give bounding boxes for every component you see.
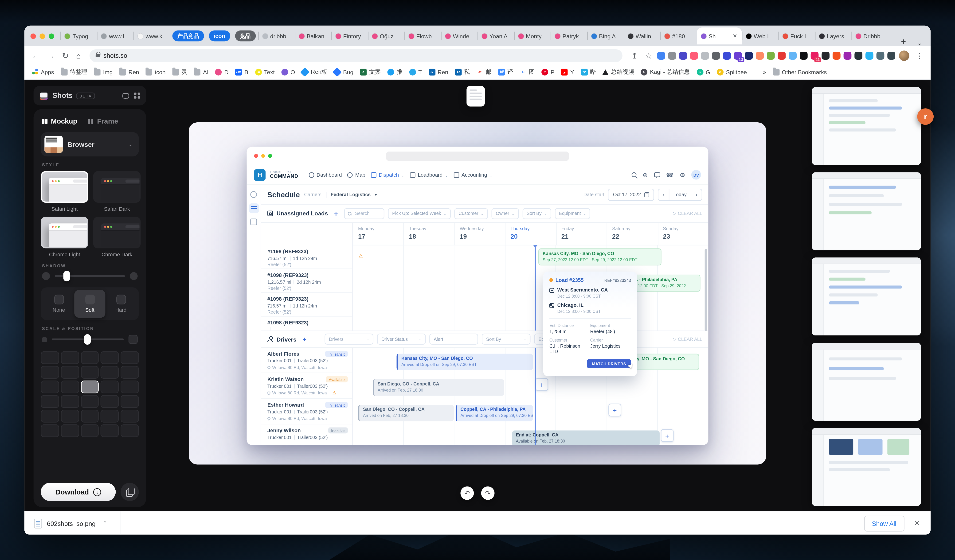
bookmark-item[interactable]: O Ren [428,69,448,75]
browser-tab[interactable]: Balkan [294,26,331,46]
shadow-mode-option[interactable]: Soft [74,290,105,318]
floating-template-card[interactable] [467,86,485,106]
extension-icon[interactable]: 11 [811,52,819,59]
bookmark-item[interactable]: » [754,69,766,75]
extension-icon[interactable] [822,52,830,59]
browser-tab[interactable]: Patryk [550,26,587,46]
extension-icon[interactable] [690,52,698,59]
browser-tab[interactable]: Monty [514,26,550,46]
clear-all-button[interactable]: ↻CLEAR ALL [672,336,702,342]
close-window-button[interactable] [31,33,36,39]
style-option[interactable]: Chrome Light [41,217,88,258]
driver-end-event[interactable]: End at: Coppell, CA Available on Feb, 27… [512,430,660,445]
filter-dropdown[interactable]: Customer⌄ [454,208,488,219]
bookmark-item[interactable]: ▸ Y [561,69,574,75]
history-thumbnail[interactable] [812,428,921,506]
tab-overflow-button[interactable]: ⌄ [912,39,927,46]
browser-tab[interactable]: Oğuz [368,26,404,46]
tab-close-icon[interactable]: ✕ [733,33,737,39]
window-controls[interactable] [31,26,60,46]
history-thumbnail[interactable] [812,87,921,165]
editor-canvas[interactable]: H TRUCKER PATH COMMAND Dashboard ⌄ [189,122,766,465]
chrome-menu-icon[interactable]: ⋮ [913,51,925,60]
browser-tab[interactable]: Typog [60,26,97,46]
rail-icon-1[interactable] [250,191,257,198]
extension-icon[interactable]: 13 [734,52,742,59]
position-cell-selected[interactable] [81,380,99,393]
add-event-button[interactable]: + [535,378,548,391]
bookmark-item[interactable]: Bē B [235,69,248,75]
bookmark-item[interactable]: 总结视频 [603,68,634,76]
extension-icon[interactable] [657,52,665,59]
panel-tab[interactable]: Frame [88,117,118,125]
load-event[interactable]: Kansas City, MO - San Diego, CO Sep 27, … [539,248,662,266]
panel-tab[interactable]: Mockup [42,117,77,125]
scale-reset-button[interactable] [128,335,138,344]
extension-icon[interactable] [800,52,808,59]
nav-item[interactable]: Accounting ⌄ [454,172,493,178]
share-icon[interactable]: ↥ [629,51,640,60]
close-downloads-icon[interactable]: ✕ [914,519,920,527]
bookmark-item[interactable]: G G [697,69,710,75]
extension-icon[interactable] [844,52,852,59]
add-load-button[interactable]: + [334,210,338,217]
add-event-button[interactable]: + [608,404,621,416]
nav-item[interactable]: Loadboard ⌄ [410,172,448,178]
bookmark-item[interactable]: Ren [119,69,139,75]
bookmark-item[interactable]: D [215,69,229,75]
filter-dropdown[interactable]: Drivers⌄ [325,333,373,344]
extension-icon[interactable] [789,52,797,59]
load-search[interactable] [344,208,384,219]
filter-dropdown[interactable]: Sort By⌄ [522,208,551,219]
bookmark-item[interactable]: S Kagi - 总结信息 [641,68,690,76]
driver-trip-event[interactable]: Coppell, CA - Philadelphia, PA Arrived a… [456,405,533,421]
bookmark-item[interactable]: O [281,69,295,75]
extension-icon[interactable] [723,52,731,59]
zoom-window-button[interactable] [49,33,54,39]
floating-extension-bubble[interactable]: r [917,108,934,125]
bookmark-item[interactable]: icon [146,69,166,75]
extension-icon[interactable] [887,52,895,59]
redo-button[interactable]: ↷ [481,486,495,500]
show-all-button[interactable]: Show All [864,515,904,531]
extension-icon[interactable] [767,52,775,59]
bookmark-item[interactable]: Apps [32,69,54,75]
phone-icon[interactable]: ☎ [666,172,673,178]
nav-item[interactable]: Dashboard ⌄ [308,172,342,178]
mockup-browser-window[interactable]: H TRUCKER PATH COMMAND Dashboard ⌄ [247,147,709,445]
browser-tab[interactable]: 产品竞品 [172,31,204,42]
match-drivers-button[interactable]: MATCH DRIVERS [587,359,631,368]
clear-all-button[interactable]: ↻CLEAR ALL [672,211,702,216]
shadow-mode-option[interactable]: Hard [105,290,136,318]
rail-icon-folder[interactable] [250,219,257,225]
browser-tab[interactable]: #180 [660,26,697,46]
bookmark-item[interactable]: G 图 [520,68,535,76]
browser-tab[interactable]: Layers [815,26,852,46]
extension-icon[interactable] [745,52,753,59]
browser-tab[interactable]: Dribbb [851,26,888,46]
extension-icon[interactable] [866,52,874,59]
extension-icon[interactable] [701,52,709,59]
filter-dropdown[interactable]: Pick Up: Selected Week⌄ [388,208,451,219]
browser-tab[interactable]: 竞品 [235,31,255,42]
bookmark-item[interactable]: Ren板 [302,68,327,76]
bookmark-star-icon[interactable]: ☆ [643,51,655,60]
filter-dropdown[interactable]: Driver Status⌄ [377,333,426,344]
reload-icon[interactable]: ↻ [60,51,71,60]
extension-icon[interactable] [668,52,676,59]
filter-dropdown[interactable]: Alert⌄ [430,333,478,344]
rail-icon-schedule[interactable] [249,203,258,213]
settings-gear-icon[interactable]: ⚙ [680,172,685,178]
bookmark-item[interactable]: tv 哔 [581,68,596,76]
messages-icon[interactable] [654,172,660,177]
bookmark-item[interactable]: Other Bookmarks [773,69,827,75]
nav-item[interactable]: Map ⌄ [347,172,365,178]
copy-button[interactable] [121,483,139,501]
browser-tab[interactable]: Bing A [587,26,623,46]
browser-tab[interactable]: Fintory [331,26,368,46]
bookmark-item[interactable]: X 文案 [360,68,381,76]
home-icon[interactable]: ⌂ [74,51,83,60]
browser-tab[interactable]: www.k [133,26,170,46]
bookmark-item[interactable]: Bug [334,69,354,75]
bookmark-item[interactable]: Img [94,69,113,75]
